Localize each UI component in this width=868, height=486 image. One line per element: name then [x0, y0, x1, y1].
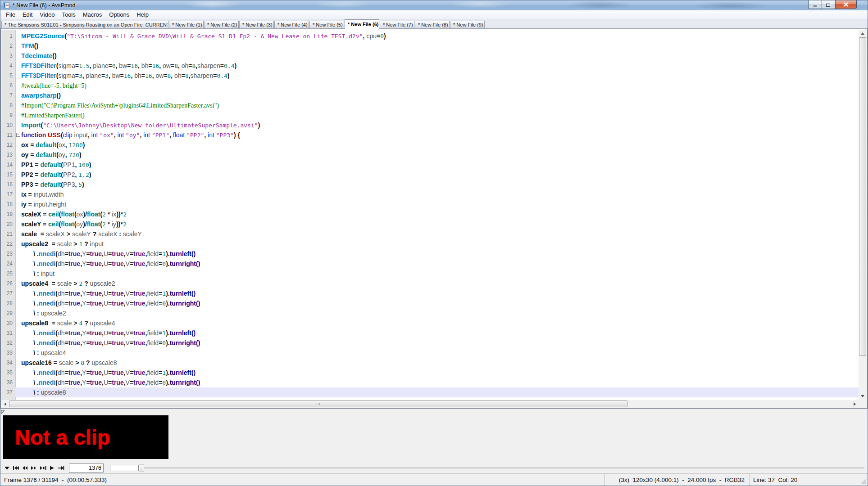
scroll-left-button[interactable] — [1, 400, 9, 408]
horizontal-scroll-thumb[interactable] — [9, 400, 627, 407]
tab-new-file-9[interactable]: * New File (9) — [450, 21, 485, 29]
code-line-21[interactable]: 21scale = scaleX > scaleY ? scaleX : sca… — [1, 229, 859, 239]
code-line-7[interactable]: 7awarpsharp() — [1, 90, 859, 100]
tab-new-file-3[interactable]: * New File (3) — [239, 21, 274, 29]
code-area[interactable]: 1MPEG2Source("T:\Sitcom - Will & Grace D… — [1, 30, 859, 400]
code-line-11[interactable]: 11function USS(clip input, int "ox", int… — [1, 130, 859, 140]
code-text: upscale8 = scale > 4 ? upscale4 — [21, 318, 859, 328]
code-line-27[interactable]: 27 \ .nnedi(dh=true,Y=true,U=true,V=true… — [1, 288, 859, 298]
frame-slider[interactable] — [110, 464, 865, 472]
tab-new-file-7[interactable]: * New File (7) — [380, 21, 414, 29]
line-number: 36 — [1, 378, 15, 387]
code-line-1[interactable]: 1MPEG2Source("T:\Sitcom - Will & Grace D… — [1, 31, 859, 41]
code-line-8[interactable]: 8#Import("C:\Program Files\AviSynth+\plu… — [1, 100, 859, 110]
code-line-19[interactable]: 19scaleX = ceil(float(ox)/float(2 * ix))… — [1, 209, 859, 219]
fast-forward-button[interactable] — [29, 464, 38, 472]
code-text: upscale4 = scale > 2 ? upscale2 — [21, 279, 859, 288]
fold-margin — [15, 61, 21, 71]
code-line-15[interactable]: 15PP2 = default(PP2, 1.2) — [1, 170, 859, 180]
code-text: ix = input.width — [21, 189, 859, 199]
rewind-button[interactable] — [20, 464, 29, 472]
scrollbar-corner — [859, 400, 867, 408]
code-line-2[interactable]: 2TFM() — [1, 41, 859, 51]
tab-new-file-8[interactable]: * New File (8) — [415, 21, 450, 29]
menu-video[interactable]: Video — [36, 10, 58, 19]
code-line-20[interactable]: 20scaleY = ceil(float(oy)/float(2 * iy))… — [1, 219, 859, 229]
menu-macros[interactable]: Macros — [79, 10, 106, 19]
code-line-17[interactable]: 17ix = input.width — [1, 189, 859, 199]
line-number: 16 — [1, 180, 15, 189]
restore-button[interactable] — [822, 0, 835, 9]
code-line-12[interactable]: 12ox = default(ox, 1280) — [1, 140, 859, 150]
tab-new-file-5[interactable]: * New File (5) — [309, 21, 344, 29]
code-line-9[interactable]: 9#LimitedSharpenFaster() — [1, 110, 859, 120]
code-text: \ .nnedi(dh=true,Y=true,U=true,V=true,fi… — [21, 328, 859, 338]
code-line-34[interactable]: 34upscale16 = scale > 8 ? upscale8 — [1, 358, 859, 368]
code-line-14[interactable]: 14PP1 = default(PP1, 100) — [1, 160, 859, 170]
code-line-4[interactable]: 4FFT3DFilter(sigma=1.5, plane=0, bw=16, … — [1, 61, 859, 71]
tab-new-file-6[interactable]: * New File (6) — [345, 19, 379, 29]
line-number: 30 — [1, 318, 15, 328]
play-button[interactable] — [47, 464, 56, 472]
code-line-6[interactable]: 6#tweak(hue=-5, bright=5) — [1, 81, 859, 90]
code-line-30[interactable]: 30upscale8 = scale > 4 ? upscale4 — [1, 318, 859, 328]
code-text: iy = input.height — [21, 199, 859, 209]
vertical-scroll-thumb[interactable] — [859, 37, 866, 356]
code-text: \ .nnedi(dh=true,Y=true,U=true,V=true,fi… — [21, 259, 859, 269]
tab-simpsons-current[interactable]: * The Simpsons S01E01 - Simpsons Roastin… — [1, 21, 168, 29]
menu-edit[interactable]: Edit — [19, 10, 36, 19]
frame-number-input[interactable] — [69, 464, 104, 472]
slider-thumb[interactable] — [139, 464, 144, 472]
code-text: \ .nnedi(dh=true,Y=true,U=true,V=true,fi… — [21, 298, 859, 308]
code-line-28[interactable]: 28 \ .nnedi(dh=true,Y=true,U=true,V=true… — [1, 298, 859, 308]
menu-file[interactable]: File — [2, 10, 19, 19]
code-line-13[interactable]: 13oy = default(oy, 720) — [1, 150, 859, 160]
script-editor[interactable]: 1MPEG2Source("T:\Sitcom - Will & Grace D… — [0, 29, 868, 409]
code-line-26[interactable]: 26upscale4 = scale > 2 ? upscale2 — [1, 279, 859, 288]
menu-tools[interactable]: Tools — [58, 10, 79, 19]
scroll-up-button[interactable] — [859, 30, 867, 37]
code-line-24[interactable]: 24 \ .nnedi(dh=true,Y=true,U=true,V=true… — [1, 259, 859, 269]
video-menu-button[interactable] — [2, 464, 11, 472]
code-line-32[interactable]: 32 \ .nnedi(dh=true,Y=true,U=true,V=true… — [1, 338, 859, 348]
code-line-3[interactable]: 3Tdecimate() — [1, 51, 859, 61]
code-line-37[interactable]: 37 \ : upscale8 — [1, 387, 859, 397]
goto-first-frame-button[interactable] — [11, 464, 20, 472]
line-number: 18 — [1, 199, 15, 209]
code-line-16[interactable]: 16PP3 = default(PP3, 5) — [1, 180, 859, 189]
tab-new-file-4[interactable]: * New File (4) — [274, 21, 309, 29]
tab-new-file-2[interactable]: * New File (2) — [204, 21, 239, 29]
code-line-23[interactable]: 23 \ .nnedi(dh=true,Y=true,U=true,V=true… — [1, 249, 859, 259]
code-line-22[interactable]: 22upscale2 = scale > 1 ? input — [1, 239, 859, 249]
external-player-button[interactable] — [56, 464, 65, 472]
slider-groove — [110, 468, 864, 468]
code-line-18[interactable]: 18iy = input.height — [1, 199, 859, 209]
line-number: 10 — [1, 120, 15, 130]
line-number: 28 — [1, 298, 15, 308]
code-line-33[interactable]: 33 \ : upscale4 — [1, 348, 859, 358]
vertical-scrollbar[interactable] — [859, 30, 867, 400]
line-number: 19 — [1, 209, 15, 219]
code-line-5[interactable]: 5FFT3DFilter(sigma=3, plane=3, bw=16, bh… — [1, 71, 859, 81]
horizontal-scrollbar[interactable] — [1, 400, 859, 408]
fold-margin[interactable] — [15, 130, 21, 140]
menu-help[interactable]: Help — [133, 10, 152, 19]
scroll-down-button[interactable] — [859, 392, 867, 400]
code-line-31[interactable]: 31 \ .nnedi(dh=true,Y=true,U=true,V=true… — [1, 328, 859, 338]
arrow-to-bar-icon — [57, 465, 64, 471]
code-line-25[interactable]: 25 \ : input — [1, 269, 859, 279]
scroll-right-button[interactable] — [851, 400, 859, 408]
menu-options[interactable]: Options — [105, 10, 133, 19]
resize-grip[interactable] — [860, 478, 867, 485]
line-number: 11 — [1, 130, 15, 140]
fold-collapse-marker[interactable] — [16, 133, 20, 137]
code-line-36[interactable]: 36 \ .nnedi(dh=true,Y=true,U=true,V=true… — [1, 378, 859, 387]
code-line-10[interactable]: 10Import("C:\Users\Johnny\Desktop\New fo… — [1, 120, 859, 130]
fold-margin — [15, 120, 21, 130]
code-line-35[interactable]: 35 \ .nnedi(dh=true,Y=true,U=true,V=true… — [1, 368, 859, 378]
minimize-button[interactable] — [808, 0, 822, 9]
code-line-29[interactable]: 29 \ : upscale2 — [1, 308, 859, 318]
goto-last-frame-button[interactable] — [38, 464, 47, 472]
close-button[interactable] — [835, 0, 857, 9]
tab-new-file-1[interactable]: * New File (1) — [169, 21, 204, 29]
